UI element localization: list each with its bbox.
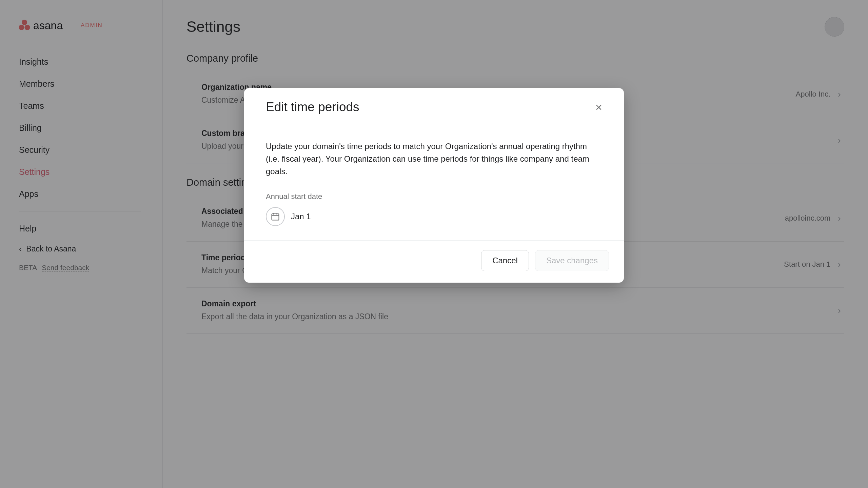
annual-start-date-field[interactable]: Jan 1 xyxy=(266,207,311,226)
modal-description: Update your domain's time periods to mat… xyxy=(266,140,602,178)
modal-footer: Cancel Save changes xyxy=(244,241,624,283)
modal-body: Update your domain's time periods to mat… xyxy=(244,125,624,241)
calendar-icon xyxy=(266,207,285,226)
cancel-button[interactable]: Cancel xyxy=(481,250,529,271)
annual-start-date-value: Jan 1 xyxy=(291,212,311,221)
close-icon: × xyxy=(595,101,602,114)
save-changes-button[interactable]: Save changes xyxy=(535,250,609,271)
close-button[interactable]: × xyxy=(591,100,606,115)
modal-overlay[interactable]: Edit time periods × Update your domain's… xyxy=(0,0,868,488)
modal-header: Edit time periods × xyxy=(244,88,624,125)
svg-rect-4 xyxy=(272,214,279,220)
modal-title: Edit time periods xyxy=(266,100,359,114)
annual-start-date-label: Annual start date xyxy=(266,192,602,201)
edit-time-periods-modal: Edit time periods × Update your domain's… xyxy=(244,88,624,283)
